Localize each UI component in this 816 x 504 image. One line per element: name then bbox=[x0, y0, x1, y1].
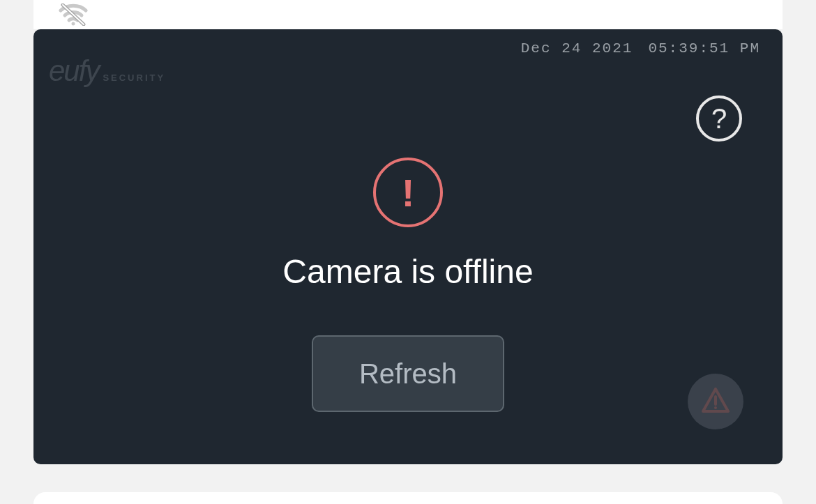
brand-subline-text: SECURITY bbox=[103, 72, 165, 83]
alert-icon: ! bbox=[373, 158, 443, 227]
next-card-peek bbox=[33, 492, 783, 504]
refresh-button-label: Refresh bbox=[359, 358, 457, 390]
warning-triangle-icon bbox=[700, 385, 731, 418]
help-button[interactable]: ? bbox=[696, 96, 742, 142]
question-mark-icon: ? bbox=[711, 103, 727, 135]
below-spacer bbox=[33, 492, 783, 504]
wifi-off-icon bbox=[59, 3, 88, 26]
svg-point-0 bbox=[72, 22, 75, 26]
corner-alert-button[interactable] bbox=[688, 374, 743, 429]
status-message: Camera is offline bbox=[282, 252, 533, 291]
brand-watermark: eufy SECURITY bbox=[49, 54, 165, 88]
exclamation-mark-icon: ! bbox=[402, 170, 415, 215]
refresh-button[interactable]: Refresh bbox=[312, 335, 504, 412]
timestamp-overlay: Dec 24 2021 05:39:51 PM bbox=[521, 40, 760, 56]
timestamp-time: 05:39:51 PM bbox=[648, 40, 760, 56]
top-bar bbox=[33, 0, 783, 29]
svg-point-4 bbox=[714, 406, 717, 409]
timestamp-date: Dec 24 2021 bbox=[521, 40, 633, 56]
brand-name-text: eufy bbox=[49, 54, 98, 88]
camera-player-panel: eufy SECURITY Dec 24 2021 05:39:51 PM ? … bbox=[33, 29, 783, 464]
